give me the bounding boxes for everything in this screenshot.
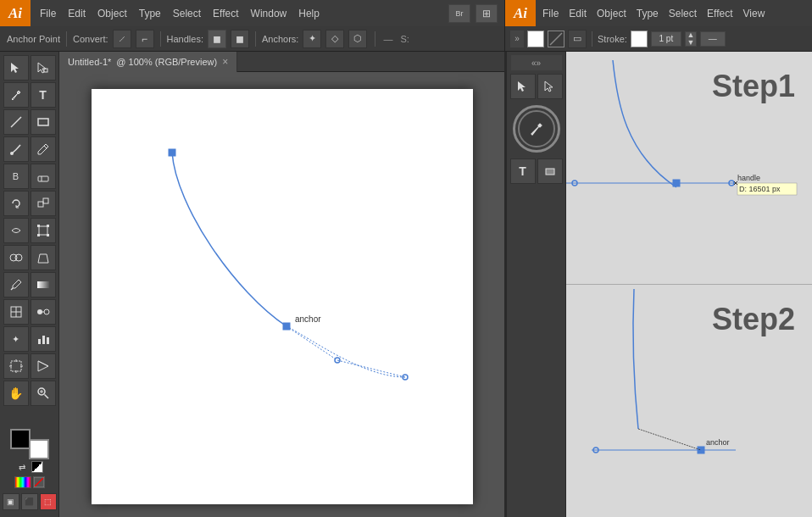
r-menu-type[interactable]: Type [631, 0, 664, 26]
doc-tab[interactable]: Untitled-1* @ 100% (RGB/Preview) × [59, 52, 237, 72]
mesh-tool[interactable] [3, 299, 29, 325]
handle-icon1[interactable]: ◼ [208, 30, 226, 48]
svg-rect-48 [169, 149, 175, 156]
svg-rect-15 [47, 234, 49, 236]
canvas-viewport: anchor [59, 72, 504, 517]
eyedropper-tool[interactable] [3, 272, 29, 297]
r-menu-effect[interactable]: Effect [702, 0, 737, 26]
perspective-tool[interactable] [31, 245, 56, 270]
svg-point-17 [15, 254, 22, 261]
pencil-tool[interactable] [31, 136, 56, 162]
scale-tool[interactable] [31, 191, 56, 216]
stroke-mode-icon[interactable]: ▭ [568, 30, 587, 48]
stroke-weight-input[interactable] [651, 31, 681, 47]
warp-tool[interactable] [3, 218, 29, 243]
svg-rect-11 [39, 226, 47, 235]
svg-rect-20 [37, 281, 49, 288]
svg-rect-13 [47, 225, 49, 227]
fill-none-swatch[interactable] [548, 31, 565, 47]
panel-collapse-icon[interactable]: » [510, 31, 524, 47]
menu-window[interactable]: Window [245, 0, 293, 26]
rectangle-tool[interactable] [31, 109, 56, 135]
free-transform-tool[interactable] [31, 218, 56, 243]
blend-tool[interactable] [31, 299, 56, 325]
menu-object[interactable]: Object [92, 0, 133, 26]
bridge-icon[interactable]: Br [448, 4, 470, 23]
convert-smooth-icon[interactable]: ⟋ [113, 30, 131, 48]
r-direct-selection-tool[interactable] [537, 74, 563, 99]
r-menu-edit[interactable]: Edit [564, 0, 592, 26]
svg-line-43 [337, 360, 405, 377]
rotate-tool[interactable] [3, 191, 29, 216]
pen-tool[interactable] [3, 82, 29, 108]
gradient-tool[interactable] [31, 272, 56, 297]
background-color-swatch[interactable] [29, 439, 49, 459]
svg-text:handle: handle [737, 174, 760, 182]
r-rect-tool[interactable] [537, 158, 563, 184]
anchor-point-label: Anchor Point [7, 34, 60, 44]
r-menu-view[interactable]: View [738, 0, 770, 26]
svg-point-2 [18, 92, 19, 93]
anchors-icon1[interactable]: ✦ [303, 30, 321, 48]
view-mode-3[interactable]: ⬚ [40, 493, 57, 510]
artboard-tool[interactable] [3, 353, 29, 379]
right-collapse-icon[interactable]: «» [511, 55, 562, 70]
r-menu-file[interactable]: File [537, 0, 564, 26]
menu-file[interactable]: File [34, 0, 62, 26]
stroke-up-icon[interactable]: ▲▼ [685, 31, 697, 47]
menu-type[interactable]: Type [133, 0, 167, 26]
anchors-icon3[interactable]: ⬡ [348, 30, 367, 48]
graph-tool[interactable] [31, 326, 56, 352]
r-menu-select[interactable]: Select [664, 0, 702, 26]
r-selection-tool[interactable] [510, 74, 536, 99]
eraser-tool[interactable] [31, 164, 56, 189]
view-mode-2[interactable]: ⬛ [21, 493, 38, 510]
svg-rect-29 [47, 337, 49, 344]
menu-select[interactable]: Select [167, 0, 207, 26]
slice-tool[interactable] [31, 353, 56, 379]
menu-effect[interactable]: Effect [207, 0, 244, 26]
zoom-tool[interactable] [31, 381, 56, 406]
r-type-tool[interactable]: T [510, 158, 536, 184]
anchors-icon2[interactable]: ◇ [325, 30, 344, 48]
stroke-swatch[interactable] [631, 31, 648, 47]
left-ai-logo: Ai [0, 0, 31, 26]
main-content: T B [0, 52, 812, 517]
blob-brush-tool[interactable]: B [3, 164, 29, 189]
arrange-icon[interactable]: ⊞ [476, 4, 498, 23]
menu-edit[interactable]: Edit [62, 0, 92, 26]
shape-builder-tool[interactable] [3, 245, 29, 270]
right-menu-items: File Edit Object Type Select Effect View [536, 0, 771, 26]
convert-corner-icon[interactable]: ⌐ [136, 30, 154, 48]
direct-selection-tool[interactable] [31, 55, 56, 81]
svg-rect-4 [38, 119, 48, 125]
svg-rect-1 [44, 69, 47, 72]
foreground-color-swatch[interactable] [10, 429, 31, 449]
menu-help[interactable]: Help [292, 0, 325, 26]
default-colors-icon[interactable] [31, 461, 43, 473]
type-tool[interactable]: T [31, 82, 56, 108]
line-tool[interactable] [3, 109, 29, 135]
paintbrush-tool[interactable] [3, 136, 29, 162]
fill-swatch[interactable] [527, 31, 544, 47]
symbol-sprayer-tool[interactable]: ✦ [3, 326, 29, 352]
left-menu-items: File Edit Object Type Select Effect Wind… [31, 0, 329, 26]
anchors-label: Anchors: [262, 34, 298, 44]
left-toolbox: T B [0, 52, 59, 517]
view-mode-1[interactable]: ▣ [3, 493, 19, 510]
selection-tool[interactable] [3, 55, 29, 81]
swap-colors-icon[interactable]: ⇄ [16, 461, 28, 473]
close-tab-icon[interactable]: × [222, 56, 228, 68]
svg-rect-12 [37, 225, 40, 227]
color-mode-icon[interactable] [14, 476, 31, 488]
r-menu-object[interactable]: Object [592, 0, 631, 26]
handle-icon2[interactable]: ◼ [231, 30, 249, 48]
step1-area: Step1 handle D: 16501 px [566, 52, 812, 285]
color-swatches: ⇄ [7, 425, 53, 492]
stroke-label: Stroke: [598, 34, 627, 44]
hand-tool[interactable]: ✋ [3, 381, 29, 406]
right-options-bar: » ▭ Stroke: ▲▼ — [504, 26, 812, 52]
r-pen-tool-active[interactable] [518, 110, 555, 147]
none-mode-icon[interactable] [33, 476, 45, 488]
step2-area: Step2 anchor [566, 285, 812, 518]
